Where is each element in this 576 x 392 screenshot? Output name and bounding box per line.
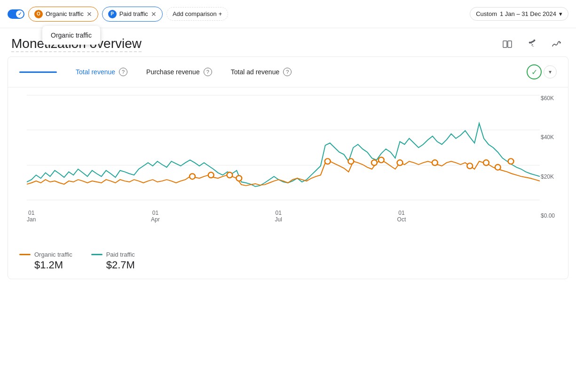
y-label-0: $0.00	[541, 212, 555, 219]
organic-point-7	[371, 160, 377, 165]
svg-rect-1	[508, 41, 512, 47]
add-comparison-btn[interactable]: Add comparison +	[166, 7, 229, 21]
content-card: Total revenue ? Purchase revenue ? Total…	[8, 56, 568, 279]
organic-legend-text: Organic traffic	[34, 251, 72, 258]
organic-point-3	[227, 172, 232, 178]
organic-point-14	[508, 158, 514, 164]
insights-icon	[551, 39, 561, 49]
insights-button[interactable]	[548, 36, 565, 53]
paid-legend-text: Paid traffic	[106, 251, 135, 258]
paid-legend-value: $2.7M	[106, 259, 135, 271]
svg-point-2	[560, 42, 561, 44]
organic-point-5	[325, 158, 331, 164]
x-day-oct: 01	[398, 210, 404, 216]
check-icon: ✓	[18, 11, 22, 16]
organic-point-10	[432, 160, 438, 165]
y-label-40k: $40K	[541, 134, 555, 141]
total-revenue-metric[interactable]: Total revenue ?	[76, 68, 127, 76]
legend-area: Organic traffic $1.2M Paid traffic $2.7M	[8, 247, 568, 279]
x-label-jan: 01 Jan	[27, 210, 36, 223]
organic-point-11	[467, 163, 473, 169]
toggle-knob: ✓	[16, 10, 24, 18]
share-button[interactable]	[523, 36, 540, 53]
organic-point-8	[379, 157, 384, 163]
organic-icon: O	[34, 10, 43, 18]
paid-icon: P	[108, 10, 117, 18]
organic-point-1	[189, 174, 195, 180]
purchase-revenue-info-icon[interactable]: ?	[204, 68, 212, 76]
top-bar: ✓ O Organic traffic ✕ P Paid traffic ✕ A…	[0, 0, 576, 28]
plus-icon: +	[219, 10, 222, 17]
organic-legend-label: Organic traffic	[19, 251, 72, 258]
paid-legend-label: Paid traffic	[91, 251, 135, 258]
x-month-oct: Oct	[397, 216, 406, 223]
metrics-row: Total revenue ? Purchase revenue ? Total…	[8, 57, 568, 87]
organic-tab-label: Organic traffic	[46, 10, 84, 17]
organic-tab-close[interactable]: ✕	[87, 11, 92, 17]
paid-traffic-line	[27, 123, 540, 186]
purchase-revenue-metric[interactable]: Purchase revenue ?	[146, 68, 212, 76]
paid-traffic-tab[interactable]: P Paid traffic ✕	[102, 7, 163, 22]
paid-tab-label: Paid traffic	[119, 10, 148, 17]
green-check-button[interactable]: ✓	[527, 64, 542, 79]
organic-point-6	[348, 158, 354, 164]
organic-tooltip: Organic traffic	[42, 26, 100, 45]
x-axis: 01 Jan 01 Apr 01 Jul 01 Oct	[27, 210, 540, 223]
organic-traffic-tab[interactable]: O Organic traffic ✕	[28, 7, 98, 22]
chart-area: $60K $40K $20K $0.00	[8, 87, 568, 247]
x-month-jul: Jul	[275, 216, 282, 223]
date-range-selector[interactable]: Custom 1 Jan – 31 Dec 2024 ▾	[470, 7, 568, 21]
paid-tab-close[interactable]: ✕	[151, 11, 157, 17]
tooltip-text: Organic traffic	[51, 31, 92, 39]
compare-icon	[502, 39, 513, 49]
x-label-apr: 01 Apr	[151, 210, 160, 223]
date-preset: Custom	[476, 10, 497, 17]
svg-rect-0	[503, 41, 507, 47]
organic-point-2	[208, 172, 214, 178]
toggle-switch[interactable]: ✓	[8, 9, 24, 19]
organic-point-12	[483, 160, 489, 165]
metric-dropdown-button[interactable]: ▾	[544, 65, 557, 78]
x-month-apr: Apr	[151, 216, 160, 223]
x-day-jul: 01	[276, 210, 282, 216]
x-day-apr: 01	[152, 210, 158, 216]
total-revenue-label: Total revenue	[76, 68, 115, 76]
paid-legend-item: Paid traffic $2.7M	[91, 251, 135, 271]
y-axis: $60K $40K $20K $0.00	[541, 95, 555, 219]
purchase-revenue-label: Purchase revenue	[146, 68, 200, 76]
organic-point-9	[397, 160, 403, 165]
total-revenue-info-icon[interactable]: ?	[119, 68, 127, 76]
share-icon	[527, 39, 537, 49]
organic-legend-value: $1.2M	[34, 259, 72, 271]
total-ad-revenue-info-icon[interactable]: ?	[283, 68, 292, 76]
x-label-oct: 01 Oct	[397, 210, 406, 223]
organic-point-4	[236, 175, 242, 181]
organic-legend-line	[19, 254, 31, 255]
y-label-20k: $20K	[541, 173, 555, 180]
y-label-60k: $60K	[541, 95, 555, 102]
title-icons	[499, 36, 565, 53]
x-month-jan: Jan	[27, 216, 36, 223]
paid-legend-line	[91, 254, 103, 255]
chevron-down-icon: ▾	[559, 10, 562, 17]
organic-point-13	[495, 165, 501, 170]
line-chart	[27, 95, 540, 200]
x-day-jan: 01	[28, 210, 34, 216]
date-value: 1 Jan – 31 Dec 2024	[500, 10, 556, 17]
organic-legend-item: Organic traffic $1.2M	[19, 251, 72, 271]
total-ad-revenue-metric[interactable]: Total ad revenue ?	[231, 68, 292, 76]
total-ad-revenue-label: Total ad revenue	[231, 68, 280, 76]
add-comparison-label: Add comparison	[173, 10, 217, 17]
x-label-jul: 01 Jul	[275, 210, 282, 223]
metric-controls: ✓ ▾	[527, 64, 557, 79]
compare-view-button[interactable]	[499, 36, 516, 53]
